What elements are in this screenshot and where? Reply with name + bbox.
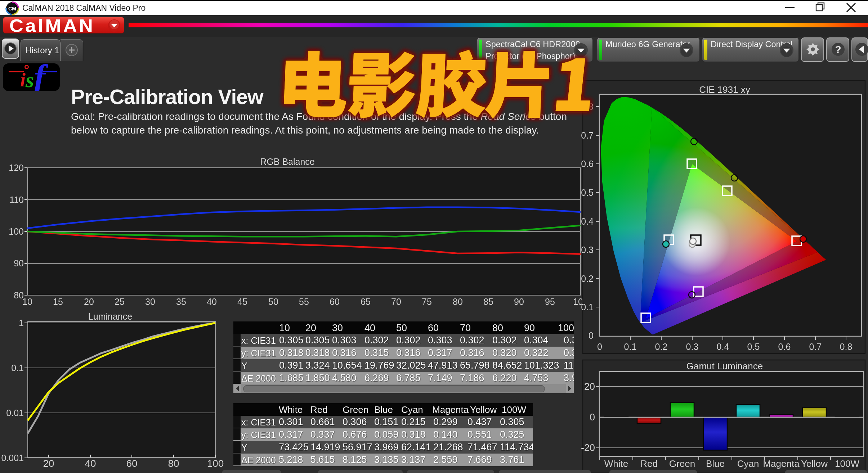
svg-text:45: 45 bbox=[237, 297, 247, 307]
svg-text:110: 110 bbox=[9, 195, 24, 205]
svg-text:0.6: 0.6 bbox=[581, 159, 594, 169]
svg-text:0.8: 0.8 bbox=[840, 342, 853, 352]
svg-text:0.1: 0.1 bbox=[581, 302, 594, 312]
svg-text:0.3: 0.3 bbox=[581, 245, 594, 255]
svg-text:0.4: 0.4 bbox=[717, 342, 729, 352]
svg-text:100: 100 bbox=[9, 226, 24, 236]
svg-text:0.7: 0.7 bbox=[809, 342, 822, 352]
svg-text:f: f bbox=[34, 63, 48, 91]
svg-text:0.01: 0.01 bbox=[6, 408, 24, 418]
svg-text:Yellow: Yellow bbox=[801, 458, 828, 469]
svg-text:Gamut Luminance: Gamut Luminance bbox=[686, 361, 763, 371]
svg-text:60: 60 bbox=[126, 458, 137, 469]
svg-text:35: 35 bbox=[176, 297, 186, 307]
svg-text:0.1: 0.1 bbox=[11, 363, 24, 373]
svg-text:0.1: 0.1 bbox=[624, 342, 637, 352]
svg-text:RGB Balance: RGB Balance bbox=[260, 157, 314, 167]
svg-text:0: 0 bbox=[590, 412, 595, 423]
svg-text:s: s bbox=[25, 68, 34, 91]
svg-text:85: 85 bbox=[483, 297, 493, 307]
svg-text:Green: Green bbox=[669, 458, 695, 469]
svg-text:0.2: 0.2 bbox=[655, 342, 668, 352]
svg-text:0.7: 0.7 bbox=[581, 130, 594, 140]
svg-text:75: 75 bbox=[422, 297, 432, 307]
svg-text:?: ? bbox=[835, 44, 841, 55]
svg-text:0.001: 0.001 bbox=[1, 453, 24, 463]
svg-text:70: 70 bbox=[391, 297, 401, 307]
svg-text:White: White bbox=[604, 458, 628, 469]
svg-text:0.2: 0.2 bbox=[581, 274, 594, 284]
svg-text:100: 100 bbox=[207, 458, 224, 469]
svg-text:Cyan: Cyan bbox=[737, 458, 759, 469]
svg-text:15: 15 bbox=[53, 297, 63, 307]
svg-text:90: 90 bbox=[14, 258, 24, 268]
svg-text:40: 40 bbox=[207, 297, 217, 307]
svg-text:60: 60 bbox=[330, 297, 340, 307]
svg-text:20: 20 bbox=[43, 458, 54, 469]
svg-text:20: 20 bbox=[584, 381, 595, 392]
svg-text:50: 50 bbox=[268, 297, 278, 307]
svg-text:0: 0 bbox=[597, 342, 602, 352]
svg-text:-20: -20 bbox=[581, 442, 595, 453]
svg-text:20: 20 bbox=[84, 297, 94, 307]
svg-text:CIE 1931 xy: CIE 1931 xy bbox=[699, 84, 750, 95]
svg-text:95: 95 bbox=[545, 297, 555, 307]
svg-text:80: 80 bbox=[168, 458, 179, 469]
svg-text:40: 40 bbox=[85, 458, 96, 469]
svg-text:0.5: 0.5 bbox=[747, 342, 760, 352]
svg-text:120: 120 bbox=[9, 163, 24, 173]
svg-text:Magenta: Magenta bbox=[763, 458, 800, 469]
svg-text:i: i bbox=[20, 69, 26, 91]
svg-text:55: 55 bbox=[299, 297, 309, 307]
svg-text:10: 10 bbox=[22, 297, 32, 307]
svg-text:0.3: 0.3 bbox=[686, 342, 699, 352]
svg-text:Red: Red bbox=[640, 458, 658, 469]
svg-text:90: 90 bbox=[514, 297, 524, 307]
svg-text:25: 25 bbox=[115, 297, 125, 307]
svg-text:0.4: 0.4 bbox=[581, 216, 594, 226]
svg-text:80: 80 bbox=[453, 297, 463, 307]
svg-text:100W: 100W bbox=[835, 458, 859, 469]
svg-text:0: 0 bbox=[589, 330, 594, 341]
svg-text:Blue: Blue bbox=[706, 458, 725, 469]
svg-text:65: 65 bbox=[361, 297, 371, 307]
svg-text:0.5: 0.5 bbox=[581, 188, 594, 198]
svg-text:CM: CM bbox=[8, 6, 16, 12]
svg-text:Luminance: Luminance bbox=[88, 311, 132, 321]
svg-text:1: 1 bbox=[19, 318, 24, 328]
svg-text:30: 30 bbox=[145, 297, 155, 307]
svg-text:0.6: 0.6 bbox=[778, 342, 791, 352]
